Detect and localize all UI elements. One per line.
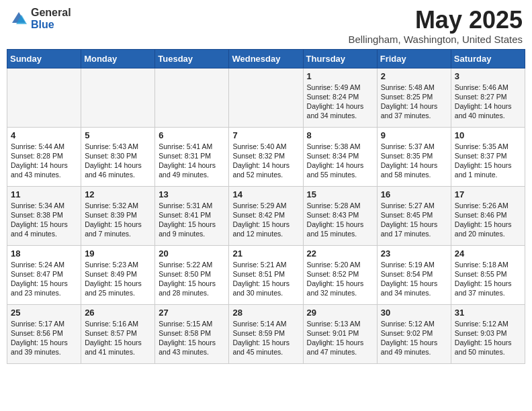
calendar-cell: 3Sunrise: 5:46 AM Sunset: 8:27 PM Daylig… — [451, 68, 525, 127]
cell-text: Sunrise: 5:12 AM Sunset: 9:02 PM Dayligh… — [381, 319, 447, 357]
cell-text: Sunrise: 5:27 AM Sunset: 8:45 PM Dayligh… — [381, 201, 447, 239]
calendar-cell: 20Sunrise: 5:22 AM Sunset: 8:50 PM Dayli… — [155, 245, 229, 304]
logo-general: General — [31, 7, 71, 19]
header-monday: Monday — [81, 49, 155, 68]
calendar-cell: 23Sunrise: 5:19 AM Sunset: 8:54 PM Dayli… — [377, 245, 451, 304]
day-number: 7 — [232, 130, 299, 140]
calendar-cell: 19Sunrise: 5:23 AM Sunset: 8:49 PM Dayli… — [81, 245, 155, 304]
day-number: 3 — [455, 71, 521, 81]
calendar-cell: 10Sunrise: 5:35 AM Sunset: 8:37 PM Dayli… — [451, 127, 525, 186]
calendar-cell: 14Sunrise: 5:29 AM Sunset: 8:42 PM Dayli… — [229, 186, 303, 245]
cell-text: Sunrise: 5:28 AM Sunset: 8:43 PM Dayligh… — [307, 201, 373, 239]
day-number: 30 — [381, 308, 447, 318]
day-number: 13 — [159, 189, 225, 199]
cell-text: Sunrise: 5:29 AM Sunset: 8:42 PM Dayligh… — [232, 201, 299, 239]
header-sunday: Sunday — [7, 49, 81, 68]
day-number: 8 — [307, 130, 373, 140]
logo: General Blue — [9, 7, 71, 30]
day-number: 9 — [381, 130, 447, 140]
calendar-cell: 1Sunrise: 5:49 AM Sunset: 8:24 PM Daylig… — [303, 68, 377, 127]
cell-text: Sunrise: 5:20 AM Sunset: 8:52 PM Dayligh… — [307, 260, 373, 298]
calendar-cell: 24Sunrise: 5:18 AM Sunset: 8:55 PM Dayli… — [451, 245, 525, 304]
calendar-cell: 26Sunrise: 5:16 AM Sunset: 8:57 PM Dayli… — [81, 304, 155, 363]
calendar-week-4: 18Sunrise: 5:24 AM Sunset: 8:47 PM Dayli… — [7, 245, 525, 304]
calendar-cell: 28Sunrise: 5:14 AM Sunset: 8:59 PM Dayli… — [229, 304, 303, 363]
cell-text: Sunrise: 5:34 AM Sunset: 8:38 PM Dayligh… — [11, 201, 77, 239]
day-number: 6 — [159, 130, 225, 140]
cell-text: Sunrise: 5:41 AM Sunset: 8:31 PM Dayligh… — [159, 142, 225, 180]
header-wednesday: Wednesday — [229, 49, 303, 68]
day-number: 5 — [85, 130, 151, 140]
calendar-cell: 7Sunrise: 5:40 AM Sunset: 8:32 PM Daylig… — [229, 127, 303, 186]
header-saturday: Saturday — [451, 49, 525, 68]
calendar-cell — [81, 68, 155, 127]
cell-text: Sunrise: 5:48 AM Sunset: 8:25 PM Dayligh… — [381, 83, 447, 121]
calendar-week-3: 11Sunrise: 5:34 AM Sunset: 8:38 PM Dayli… — [7, 186, 525, 245]
day-number: 20 — [159, 248, 225, 259]
day-number: 29 — [307, 308, 373, 318]
logo-blue: Blue — [31, 19, 71, 31]
calendar-cell: 31Sunrise: 5:12 AM Sunset: 9:03 PM Dayli… — [451, 304, 525, 363]
day-number: 22 — [307, 248, 373, 259]
calendar-week-1: 1Sunrise: 5:49 AM Sunset: 8:24 PM Daylig… — [7, 68, 525, 127]
calendar-cell: 17Sunrise: 5:26 AM Sunset: 8:46 PM Dayli… — [451, 186, 525, 245]
calendar-cell: 6Sunrise: 5:41 AM Sunset: 8:31 PM Daylig… — [155, 127, 229, 186]
day-number: 25 — [11, 308, 77, 318]
cell-text: Sunrise: 5:14 AM Sunset: 8:59 PM Dayligh… — [232, 319, 299, 357]
cell-text: Sunrise: 5:23 AM Sunset: 8:49 PM Dayligh… — [85, 260, 151, 298]
day-number: 2 — [381, 71, 447, 81]
cell-text: Sunrise: 5:17 AM Sunset: 8:56 PM Dayligh… — [11, 319, 77, 357]
calendar-week-5: 25Sunrise: 5:17 AM Sunset: 8:56 PM Dayli… — [7, 304, 525, 363]
day-number: 10 — [455, 130, 521, 140]
calendar-cell — [7, 68, 81, 127]
cell-text: Sunrise: 5:26 AM Sunset: 8:46 PM Dayligh… — [455, 201, 521, 239]
day-number: 28 — [232, 308, 299, 318]
cell-text: Sunrise: 5:32 AM Sunset: 8:39 PM Dayligh… — [85, 201, 151, 239]
day-number: 11 — [11, 189, 77, 199]
cell-text: Sunrise: 5:18 AM Sunset: 8:55 PM Dayligh… — [455, 260, 521, 298]
day-number: 17 — [455, 189, 521, 199]
cell-text: Sunrise: 5:43 AM Sunset: 8:30 PM Dayligh… — [85, 142, 151, 180]
cell-text: Sunrise: 5:21 AM Sunset: 8:51 PM Dayligh… — [232, 260, 299, 298]
logo-text: General Blue — [31, 7, 71, 30]
calendar-cell: 15Sunrise: 5:28 AM Sunset: 8:43 PM Dayli… — [303, 186, 377, 245]
calendar-cell: 22Sunrise: 5:20 AM Sunset: 8:52 PM Dayli… — [303, 245, 377, 304]
header-friday: Friday — [377, 49, 451, 68]
calendar-cell: 27Sunrise: 5:15 AM Sunset: 8:58 PM Dayli… — [155, 304, 229, 363]
header-tuesday: Tuesday — [155, 49, 229, 68]
cell-text: Sunrise: 5:19 AM Sunset: 8:54 PM Dayligh… — [381, 260, 447, 298]
cell-text: Sunrise: 5:44 AM Sunset: 8:28 PM Dayligh… — [11, 142, 77, 180]
cell-text: Sunrise: 5:13 AM Sunset: 9:01 PM Dayligh… — [307, 319, 373, 357]
day-number: 1 — [307, 71, 373, 81]
calendar-cell: 5Sunrise: 5:43 AM Sunset: 8:30 PM Daylig… — [81, 127, 155, 186]
day-number: 26 — [85, 308, 151, 318]
calendar-cell — [155, 68, 229, 127]
cell-text: Sunrise: 5:12 AM Sunset: 9:03 PM Dayligh… — [455, 319, 521, 357]
month-title: May 2025 — [348, 7, 523, 34]
header-thursday: Thursday — [303, 49, 377, 68]
title-block: May 2025 Bellingham, Washington, United … — [348, 7, 523, 45]
day-number: 31 — [455, 308, 521, 318]
cell-text: Sunrise: 5:40 AM Sunset: 8:32 PM Dayligh… — [232, 142, 299, 180]
calendar-cell: 9Sunrise: 5:37 AM Sunset: 8:35 PM Daylig… — [377, 127, 451, 186]
calendar-week-2: 4Sunrise: 5:44 AM Sunset: 8:28 PM Daylig… — [7, 127, 525, 186]
cell-text: Sunrise: 5:15 AM Sunset: 8:58 PM Dayligh… — [159, 319, 225, 357]
day-number: 24 — [455, 248, 521, 259]
day-number: 12 — [85, 189, 151, 199]
cell-text: Sunrise: 5:31 AM Sunset: 8:41 PM Dayligh… — [159, 201, 225, 239]
day-number: 4 — [11, 130, 77, 140]
location: Bellingham, Washington, United States — [348, 34, 523, 45]
calendar-cell: 11Sunrise: 5:34 AM Sunset: 8:38 PM Dayli… — [7, 186, 81, 245]
logo-icon — [9, 9, 28, 28]
calendar-cell — [229, 68, 303, 127]
cell-text: Sunrise: 5:24 AM Sunset: 8:47 PM Dayligh… — [11, 260, 77, 298]
cell-text: Sunrise: 5:46 AM Sunset: 8:27 PM Dayligh… — [455, 83, 521, 121]
cell-text: Sunrise: 5:37 AM Sunset: 8:35 PM Dayligh… — [381, 142, 447, 180]
calendar-cell: 13Sunrise: 5:31 AM Sunset: 8:41 PM Dayli… — [155, 186, 229, 245]
page-header: General Blue May 2025 Bellingham, Washin… — [7, 7, 525, 45]
cell-text: Sunrise: 5:38 AM Sunset: 8:34 PM Dayligh… — [307, 142, 373, 180]
calendar-cell: 8Sunrise: 5:38 AM Sunset: 8:34 PM Daylig… — [303, 127, 377, 186]
calendar-cell: 16Sunrise: 5:27 AM Sunset: 8:45 PM Dayli… — [377, 186, 451, 245]
calendar-cell: 30Sunrise: 5:12 AM Sunset: 9:02 PM Dayli… — [377, 304, 451, 363]
calendar-cell: 4Sunrise: 5:44 AM Sunset: 8:28 PM Daylig… — [7, 127, 81, 186]
